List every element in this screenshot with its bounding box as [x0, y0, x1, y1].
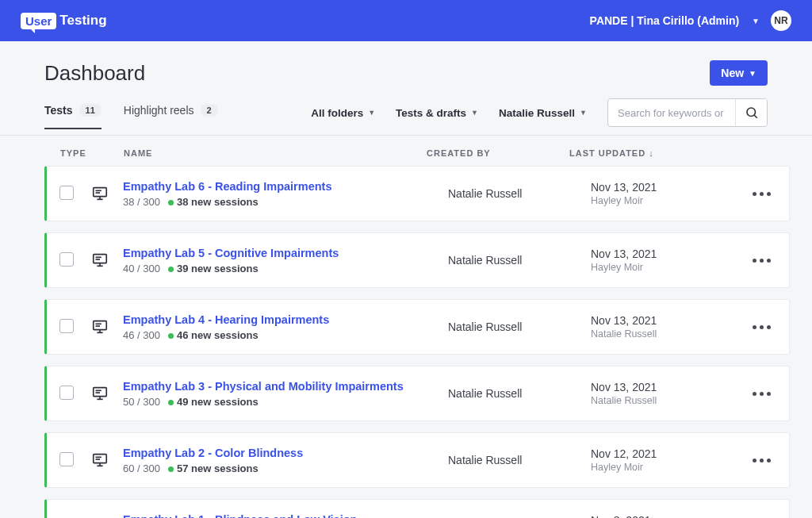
last-updated: Nov 13, 2021Natalie Russell	[591, 381, 741, 406]
last-updated: Nov 13, 2021Hayley Moir	[591, 247, 741, 273]
svg-rect-17	[94, 388, 107, 397]
chevron-down-icon: ▼	[580, 109, 587, 117]
created-by: Natalie Russell	[448, 320, 591, 333]
tab-tests[interactable]: Tests 11	[44, 104, 102, 129]
logo-badge: User	[21, 13, 56, 29]
svg-rect-22	[94, 455, 107, 463]
desktop-icon	[91, 251, 123, 269]
page-head: Dashboard New ▼	[0, 41, 812, 86]
row-actions-button[interactable]	[741, 259, 781, 263]
logo-text: Testing	[59, 13, 106, 29]
sessions-text: 39 new sessions	[168, 263, 259, 274]
tab-highlight-reels[interactable]: Highlight reels 2	[124, 104, 218, 129]
table-row[interactable]: Empathy Lab 4 - Hearing Impairments46 / …	[44, 299, 790, 355]
tab-reels-label: Highlight reels	[124, 104, 194, 117]
filters: All folders ▼ Tests & drafts ▼ Natalie R…	[311, 98, 768, 127]
row-checkbox[interactable]	[59, 452, 74, 466]
avatar[interactable]: NR	[771, 10, 791, 31]
status-dot-icon	[168, 267, 174, 272]
row-actions-button[interactable]	[741, 392, 781, 396]
sort-desc-icon: ↓	[649, 148, 654, 158]
test-title-link[interactable]: Empathy Lab 2 - Color Blindness	[123, 447, 303, 459]
table-row[interactable]: Empathy Lab 2 - Color Blindness60 / 3005…	[44, 432, 790, 488]
chevron-down-icon: ▼	[749, 69, 756, 78]
created-by: Natalie Russell	[448, 387, 591, 400]
row-checkbox[interactable]	[59, 186, 74, 200]
table-row[interactable]: Empathy Lab 6 - Reading Impairments38 / …	[44, 166, 790, 221]
test-title-link[interactable]: Empathy Lab 6 - Reading Impairments	[123, 180, 331, 193]
test-title-link[interactable]: Empathy Lab 3 - Physical and Mobility Im…	[123, 380, 404, 393]
search-icon	[745, 106, 759, 120]
col-name: NAME	[124, 148, 427, 158]
status-dot-icon	[168, 400, 174, 405]
row-actions-button[interactable]	[741, 192, 781, 196]
filter-owner-label: Natalie Russell	[499, 107, 575, 119]
user-menu[interactable]: PANDE | Tina Cirillo (Admin) ▼ NR	[590, 10, 791, 31]
controls-bar: Tests 11 Highlight reels 2 All folders ▼…	[0, 86, 812, 136]
desktop-icon	[91, 318, 123, 336]
test-title-link[interactable]: Empathy Lab 4 - Hearing Impairments	[123, 313, 329, 326]
desktop-icon	[91, 385, 123, 402]
sessions-text: 57 new sessions	[168, 462, 259, 474]
filter-owner[interactable]: Natalie Russell ▼	[499, 107, 587, 119]
chevron-down-icon: ▼	[471, 109, 478, 117]
svg-rect-12	[94, 321, 107, 330]
progress-text: 46 / 300	[123, 329, 160, 341]
filter-folders[interactable]: All folders ▼	[311, 107, 375, 119]
test-title-link[interactable]: Empathy Lab 5 - Cognitive Impairments	[123, 247, 339, 259]
filter-status-label: Tests & drafts	[396, 107, 466, 119]
filter-folders-label: All folders	[311, 107, 363, 119]
progress-text: 50 / 300	[123, 396, 160, 408]
topbar: User Testing PANDE | Tina Cirillo (Admin…	[0, 0, 812, 41]
col-last-updated[interactable]: LAST UPDATED↓	[569, 148, 720, 158]
tab-tests-count: 11	[79, 104, 102, 117]
account-label: PANDE | Tina Cirillo (Admin)	[590, 14, 740, 27]
tab-tests-label: Tests	[44, 104, 73, 117]
status-dot-icon	[168, 200, 174, 205]
created-by: Natalie Russell	[448, 254, 591, 267]
created-by: Natalie Russell	[448, 454, 591, 466]
row-checkbox[interactable]	[59, 386, 74, 400]
sessions-text: 38 new sessions	[168, 196, 259, 208]
chevron-down-icon: ▼	[752, 17, 760, 25]
progress-text: 60 / 300	[123, 462, 160, 474]
last-updated: Nov 13, 2021Natalie Russell	[591, 314, 741, 340]
progress-text: 40 / 300	[123, 263, 160, 274]
last-updated: Nov 12, 2021Hayley Moir	[591, 447, 741, 473]
tests-list: Empathy Lab 6 - Reading Impairments38 / …	[0, 166, 812, 518]
chevron-down-icon: ▼	[368, 109, 375, 117]
table-row[interactable]: Empathy Lab 1 - Blindness and Low Vision…	[44, 499, 790, 518]
row-actions-button[interactable]	[741, 325, 781, 329]
test-title-link[interactable]: Empathy Lab 1 - Blindness and Low Vision	[123, 513, 357, 519]
svg-rect-7	[94, 255, 107, 263]
created-by: Natalie Russell	[448, 187, 591, 200]
svg-line-1	[754, 115, 757, 118]
status-dot-icon	[168, 466, 174, 472]
last-updated: Nov 13, 2021Hayley Moir	[591, 181, 741, 206]
last-updated: Nov 8, 2021Natalie Russell	[591, 514, 741, 518]
new-button[interactable]: New ▼	[710, 60, 768, 86]
new-button-label: New	[721, 67, 744, 79]
status-dot-icon	[168, 333, 174, 339]
search-button[interactable]	[735, 99, 767, 126]
sessions-text: 46 new sessions	[168, 329, 259, 341]
svg-point-0	[747, 108, 756, 117]
col-type: TYPE	[60, 148, 124, 158]
svg-rect-2	[94, 188, 107, 197]
column-headers: TYPE NAME CREATED BY LAST UPDATED↓	[0, 136, 812, 166]
table-row[interactable]: Empathy Lab 3 - Physical and Mobility Im…	[44, 366, 790, 421]
row-actions-button[interactable]	[741, 459, 781, 462]
row-checkbox[interactable]	[59, 319, 74, 333]
search-input[interactable]	[608, 107, 735, 119]
desktop-icon	[91, 451, 123, 469]
row-checkbox[interactable]	[59, 252, 74, 267]
col-created-by: CREATED BY	[427, 148, 569, 158]
desktop-icon	[91, 185, 123, 202]
search	[607, 98, 768, 127]
progress-text: 38 / 300	[123, 196, 160, 208]
filter-status[interactable]: Tests & drafts ▼	[396, 107, 478, 119]
page-title: Dashboard	[44, 61, 145, 86]
logo[interactable]: User Testing	[21, 13, 107, 29]
table-row[interactable]: Empathy Lab 5 - Cognitive Impairments40 …	[44, 232, 790, 288]
sessions-text: 49 new sessions	[168, 396, 259, 408]
